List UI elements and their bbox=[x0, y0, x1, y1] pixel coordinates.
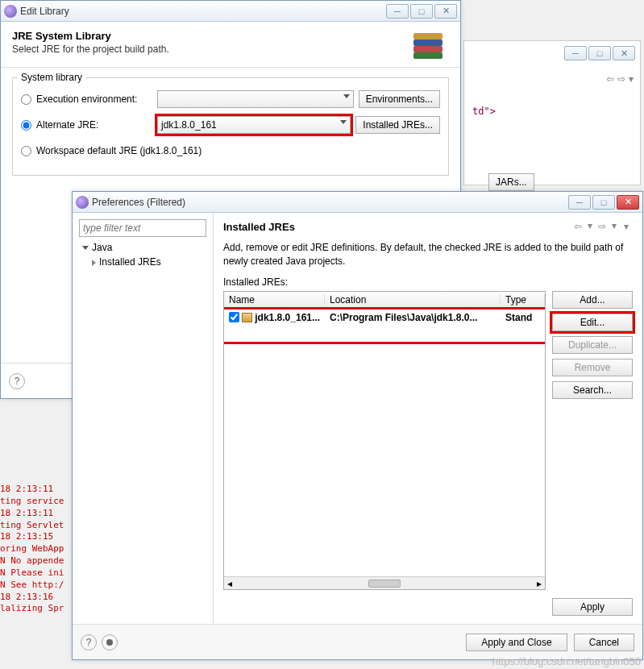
preferences-titlebar[interactable]: Preferences (Filtered) ─ □ ✕ bbox=[73, 192, 642, 213]
eclipse-icon bbox=[4, 5, 17, 18]
chevron-down-icon bbox=[82, 246, 89, 250]
alt-jre-value: jdk1.8.0_161 bbox=[161, 119, 217, 131]
remove-button[interactable]: Remove bbox=[552, 359, 633, 376]
jre-checkbox[interactable] bbox=[229, 312, 239, 322]
horizontal-scrollbar[interactable]: ◂▸ bbox=[224, 576, 545, 589]
table-row[interactable]: jdk1.8.0_161... C:\Program Files\Java\jd… bbox=[224, 310, 545, 326]
close-button[interactable]: ✕ bbox=[434, 4, 457, 19]
apply-and-close-button[interactable]: Apply and Close bbox=[466, 634, 567, 651]
exec-env-radio[interactable] bbox=[21, 94, 31, 105]
chevron-down-icon bbox=[340, 120, 347, 124]
background-panel: ─ □ ✕ ⇦ ⇨ ▾ td"> bbox=[463, 40, 641, 185]
edit-library-titlebar[interactable]: Edit Library ─ □ ✕ bbox=[1, 1, 460, 22]
duplicate-button[interactable]: Duplicate... bbox=[552, 336, 633, 354]
jre-table[interactable]: Name Location Type jdk1.8.0_161... C:\Pr… bbox=[223, 291, 546, 590]
group-legend: System library bbox=[18, 72, 85, 83]
tree-node-java[interactable]: Java bbox=[79, 240, 206, 255]
help-icon[interactable]: ? bbox=[9, 373, 25, 389]
nav-back-icon[interactable]: ⇦ bbox=[571, 220, 584, 233]
minimize-button[interactable]: ─ bbox=[568, 195, 591, 210]
bg-minimize-button[interactable]: ─ bbox=[564, 46, 587, 60]
filter-input[interactable] bbox=[79, 219, 206, 237]
col-name[interactable]: Name bbox=[224, 294, 325, 305]
maximize-button[interactable]: □ bbox=[410, 4, 433, 19]
record-icon[interactable] bbox=[102, 634, 118, 650]
console-output: 18 2:13:11 ting service 18 2:13:11 ting … bbox=[0, 484, 71, 615]
nav-back-icon[interactable]: ⇦ bbox=[606, 73, 614, 85]
exec-env-combo[interactable] bbox=[157, 90, 354, 108]
workspace-default-label: Workspace default JRE (jdk1.8.0_161) bbox=[36, 145, 202, 156]
col-type[interactable]: Type bbox=[501, 294, 545, 305]
banner-subheading: Select JRE for the project build path. bbox=[12, 44, 169, 55]
nav-fwd-icon[interactable]: ⇨ bbox=[617, 73, 625, 85]
nav-menu-icon[interactable]: ▾ bbox=[620, 220, 633, 233]
col-location[interactable]: Location bbox=[325, 294, 501, 305]
banner-heading: JRE System Library bbox=[12, 30, 169, 42]
edit-library-title: Edit Library bbox=[20, 6, 384, 17]
alt-jre-combo[interactable]: jdk1.8.0_161 bbox=[157, 116, 351, 134]
exec-env-label: Execution environment: bbox=[36, 93, 157, 105]
nav-fwd-icon[interactable]: ⇨ bbox=[596, 220, 609, 233]
close-button[interactable]: ✕ bbox=[617, 195, 639, 210]
eclipse-icon bbox=[76, 196, 89, 209]
minimize-button[interactable]: ─ bbox=[386, 4, 409, 19]
edit-button[interactable]: Edit... bbox=[552, 314, 633, 331]
edit-library-banner: JRE System Library Select JRE for the pr… bbox=[1, 22, 460, 68]
bg-maximize-button[interactable]: □ bbox=[588, 46, 611, 60]
alt-jre-label: Alternate JRE: bbox=[36, 119, 157, 131]
preferences-title: Preferences (Filtered) bbox=[92, 197, 567, 208]
jre-icon bbox=[242, 313, 252, 322]
bg-close-button[interactable]: ✕ bbox=[613, 46, 635, 60]
apply-button[interactable]: Apply bbox=[552, 598, 633, 616]
environments-button[interactable]: Environments... bbox=[359, 90, 440, 108]
chevron-down-icon bbox=[343, 94, 350, 98]
search-button[interactable]: Search... bbox=[552, 381, 633, 399]
cancel-button[interactable]: Cancel bbox=[574, 634, 634, 651]
jars-button[interactable]: JARs... bbox=[488, 173, 534, 191]
help-icon[interactable]: ? bbox=[81, 634, 97, 650]
alt-jre-radio[interactable] bbox=[21, 120, 31, 131]
maximize-button[interactable]: □ bbox=[592, 195, 615, 210]
library-books-icon bbox=[413, 30, 449, 59]
nav-menu-icon[interactable]: ▾ bbox=[629, 73, 634, 85]
chevron-right-icon bbox=[92, 260, 96, 266]
add-button[interactable]: Add... bbox=[552, 291, 633, 309]
bg-code-text: td"> bbox=[472, 106, 496, 117]
preferences-window: Preferences (Filtered) ─ □ ✕ Java Instal… bbox=[72, 191, 643, 660]
tree-node-installed-jres[interactable]: Installed JREs bbox=[79, 255, 206, 269]
page-description: Add, remove or edit JRE definitions. By … bbox=[223, 241, 633, 268]
installed-jres-button[interactable]: Installed JREs... bbox=[355, 116, 440, 134]
table-label: Installed JREs: bbox=[223, 276, 633, 288]
system-library-group: System library Execution environment: En… bbox=[12, 77, 449, 176]
workspace-default-radio[interactable] bbox=[21, 146, 31, 156]
watermark: https://blog.csdn.net/tangbin050 bbox=[492, 655, 641, 667]
preferences-tree-panel: Java Installed JREs bbox=[73, 213, 214, 624]
